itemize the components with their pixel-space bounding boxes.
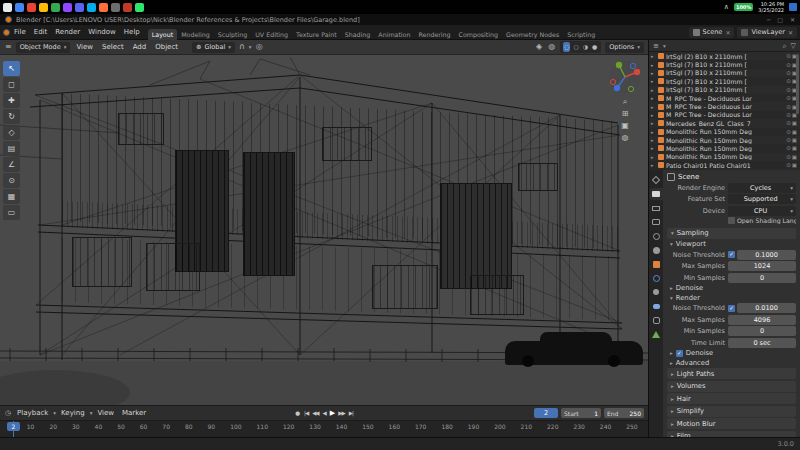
tab-shading[interactable]: Shading <box>341 29 375 40</box>
noise-threshold-checkbox[interactable]: ✓ <box>728 251 735 258</box>
outliner-row[interactable]: ▸ Monolithic Run 150mm Deg ⊙▣ <box>649 153 800 161</box>
tab-output[interactable] <box>650 202 663 214</box>
outliner-scrollbar[interactable] <box>796 54 799 114</box>
snap-magnet-icon[interactable]: ∩ <box>238 42 246 52</box>
expand-icon[interactable]: ▸ <box>651 87 656 93</box>
menu-window[interactable]: Window <box>84 28 120 36</box>
camera-view-icon[interactable]: ▣ <box>621 121 629 131</box>
tab-render[interactable] <box>650 188 663 200</box>
tool-rotate[interactable]: ↻ <box>3 109 20 124</box>
close-button[interactable]: ✕ <box>790 16 795 23</box>
current-frame-field[interactable]: 2 <box>534 408 558 418</box>
outliner-row[interactable]: ▸ Patio Chair01 Patio Chair01 ⊙▣ <box>649 161 800 169</box>
snap-options-chevron-icon[interactable]: ▾ <box>249 44 252 50</box>
maximize-button[interactable]: ▢ <box>777 16 783 23</box>
outliner-row[interactable]: ▸ IrtSgl (7) B10 x 2110mm [ ⊙▣ <box>649 60 800 68</box>
expand-icon[interactable]: ▸ <box>651 129 656 135</box>
tool-select-tweak[interactable]: ↖ <box>3 61 20 76</box>
expand-icon[interactable]: ▸ <box>651 78 656 84</box>
tab-scripting[interactable]: Scripting <box>563 29 599 40</box>
taskbar-app-icon[interactable] <box>75 3 84 12</box>
expand-icon[interactable]: ▸ <box>651 104 656 110</box>
subpanel-render[interactable]: ▾ Render <box>667 294 796 302</box>
menu-object[interactable]: Object <box>152 43 181 51</box>
jump-to-end-button[interactable]: ▶| <box>349 410 353 416</box>
menu-marker[interactable]: Marker <box>119 409 149 417</box>
options-dropdown[interactable]: Options ▾ <box>605 42 644 53</box>
playhead-frame-label[interactable]: 2 <box>7 422 20 431</box>
breadcrumb-scene[interactable]: Scene <box>678 173 699 181</box>
tab-modifiers[interactable] <box>650 272 663 284</box>
panel-motion-blur[interactable]: ▸ Motion Blur <box>667 418 796 429</box>
tab-physics[interactable] <box>650 300 663 312</box>
view-layer-selector[interactable]: ViewLayer ✕ <box>737 27 797 38</box>
tab-compositing[interactable]: Compositing <box>455 29 502 40</box>
menu-keying[interactable]: Keying <box>58 409 88 417</box>
tab-world[interactable] <box>650 244 663 256</box>
menu-view[interactable]: View <box>73 43 96 51</box>
noise-threshold-checkbox[interactable]: ✓ <box>728 305 735 312</box>
expand-icon[interactable]: ▸ <box>651 137 656 143</box>
menu-select[interactable]: Select <box>99 43 127 51</box>
tool-move[interactable]: ✚ <box>3 93 20 108</box>
menu-file[interactable]: File <box>10 28 30 36</box>
blender-menu-icon[interactable] <box>3 29 10 36</box>
outliner-row[interactable]: ▸ IrtSgl (7) B10 x 2110mm [ ⊙▣ <box>649 77 800 85</box>
navigation-gizmo[interactable] <box>607 59 643 95</box>
taskbar-app-icon[interactable] <box>27 3 36 12</box>
viewport-min-samples-field[interactable]: 0 <box>728 273 796 283</box>
panel-light-paths[interactable]: ▸ Light Paths <box>667 368 796 379</box>
minimize-button[interactable]: ─ <box>767 16 771 23</box>
subpanel-viewport[interactable]: ▾ Viewport <box>667 240 796 248</box>
tab-particles[interactable] <box>650 286 663 298</box>
overlays-toggle-icon[interactable]: ◍ <box>547 42 556 52</box>
outliner-row[interactable]: ▸ M_RPC Tree - Deciduous Lor ⊙▣ <box>649 111 800 119</box>
viewport-noise-threshold-field[interactable]: 0.1000 <box>737 250 796 260</box>
taskbar-app-icon[interactable] <box>111 3 120 12</box>
visibility-icons[interactable]: ⊙▣ <box>786 120 798 126</box>
taskbar-app-icon[interactable] <box>51 3 60 12</box>
proportional-edit-icon[interactable]: ◎ <box>255 42 264 52</box>
expand-icon[interactable]: ▸ <box>651 70 656 76</box>
outliner-row[interactable]: ▸ Monolithic Run 150mm Deg ⊙▣ <box>649 128 800 136</box>
tool-select-box[interactable]: ◻ <box>3 77 20 92</box>
visibility-icons[interactable]: ⊙▣ <box>786 162 798 168</box>
editor-type-icon[interactable]: ≡ <box>4 42 13 52</box>
jump-to-start-button[interactable]: |◀ <box>304 410 308 416</box>
device-dropdown[interactable]: CPU ▾ <box>728 206 796 216</box>
outliner-row[interactable]: ▸ Monolithic Run 150mm Deg ⊙▣ <box>649 136 800 144</box>
tool-add-cube[interactable]: ▦ <box>3 189 20 204</box>
subpanel-advanced[interactable]: ▸ Advanced <box>667 359 796 367</box>
play-reverse-button[interactable]: ◀ <box>323 410 326 416</box>
outliner-row[interactable]: ▸ Monolithic Run 150mm Deg ⊙▣ <box>649 144 800 152</box>
frame-end-field[interactable]: End 250 <box>604 408 644 418</box>
taskbar-clock[interactable]: 10:26 PM 3/25/2022 <box>758 1 784 13</box>
tool-annotate[interactable]: ∠ <box>3 157 20 172</box>
taskbar-app-icon[interactable] <box>135 3 144 12</box>
taskbar-app-icon[interactable] <box>3 3 12 12</box>
tab-object-data[interactable] <box>650 328 663 340</box>
tab-animation[interactable]: Animation <box>374 29 414 40</box>
expand-icon[interactable]: ▸ <box>651 62 656 68</box>
outliner-row[interactable]: ▸ Mercedes_Benz GL_Class_7 ⊙▣ <box>649 119 800 127</box>
tool-transform[interactable]: ▤ <box>3 141 20 156</box>
menu-add[interactable]: Add <box>130 43 150 51</box>
notification-center-icon[interactable] <box>789 3 797 11</box>
record-button[interactable]: ● <box>295 410 300 416</box>
panel-volumes[interactable]: ▸ Volumes <box>667 381 796 392</box>
tab-view-layer[interactable] <box>650 216 663 228</box>
taskbar-app-icon[interactable] <box>63 3 72 12</box>
tab-sculpting[interactable]: Sculpting <box>214 29 251 40</box>
visibility-icons[interactable]: ⊙▣ <box>786 145 798 151</box>
unlink-view-layer-icon[interactable]: ✕ <box>788 29 793 36</box>
denoise-checkbox[interactable]: ✓ <box>676 350 683 357</box>
filter-icon[interactable]: ▽ <box>791 42 796 50</box>
menu-view-timeline[interactable]: View <box>94 409 117 417</box>
shading-rendered-icon[interactable]: ● <box>591 42 598 52</box>
menu-render[interactable]: Render <box>51 28 84 36</box>
subpanel-render-denoise[interactable]: ▸ ✓ Denoise <box>667 349 796 357</box>
subpanel-viewport-denoise[interactable]: ▸ Denoise <box>667 284 796 292</box>
zoom-icon[interactable]: ⌕ <box>623 97 627 107</box>
outliner-row[interactable]: ▸ IrtSgl (2) B10 x 2110mm [ ⊙▣ <box>649 52 800 60</box>
taskbar-app-icon[interactable] <box>123 3 132 12</box>
